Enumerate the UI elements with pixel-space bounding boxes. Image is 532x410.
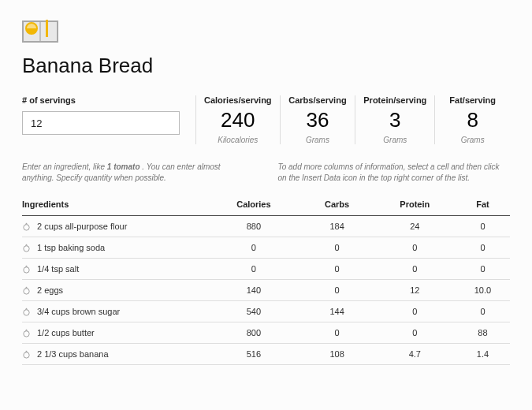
svg-point-8 (24, 288, 29, 293)
cell-calories: 880 (207, 216, 303, 237)
food-item-icon (22, 350, 31, 359)
stat-unit: Kilocalories (204, 136, 272, 144)
col-protein: Protein (374, 193, 459, 216)
table-row[interactable]: 1 tsp baking soda0000 (22, 237, 510, 259)
col-ingredients: Ingredients (22, 193, 207, 216)
svg-point-7 (24, 266, 29, 272)
food-item-icon (22, 265, 31, 274)
page-title: Banana Bread (22, 54, 510, 78)
ingredient-name: 1/4 tsp salt (37, 264, 79, 274)
col-calories: Calories (207, 193, 303, 216)
cell-ingredient: 2 eggs (22, 280, 207, 301)
stat-carbs: Carbs/serving 36 Grams (280, 95, 355, 144)
cell-calories: 540 (207, 301, 303, 322)
cell-calories: 0 (207, 259, 303, 280)
stat-value: 3 (363, 108, 426, 132)
cell-carbs: 0 (303, 259, 374, 280)
cell-ingredient: 1 tsp baking soda (22, 237, 207, 259)
cell-fat: 10.0 (459, 280, 510, 301)
hint-right: To add more columns of information, sele… (278, 162, 511, 184)
cell-protein: 0 (374, 237, 459, 259)
cell-carbs: 108 (303, 344, 374, 365)
stat-label: Carbs/serving (288, 95, 348, 105)
cell-calories: 516 (207, 344, 303, 365)
cell-ingredient: 2 1/3 cups banana (22, 344, 207, 365)
ingredients-table: Ingredients Calories Carbs Protein Fat 2… (22, 193, 510, 365)
stat-unit: Grams (288, 136, 348, 144)
stat-label: Protein/serving (363, 95, 426, 105)
table-row[interactable]: 1/2 cups butter8000088 (22, 322, 510, 344)
stat-fat: Fat/serving 8 Grams (434, 95, 510, 144)
ingredient-name: 2 cups all-purpose flour (37, 222, 127, 231)
stat-value: 8 (443, 108, 502, 132)
food-item-icon (22, 308, 31, 316)
cell-calories: 0 (207, 237, 303, 259)
cell-fat: 88 (459, 322, 510, 344)
cell-carbs: 0 (303, 237, 374, 259)
recipe-book-icon (22, 16, 58, 43)
cell-protein: 0 (374, 322, 459, 344)
stat-unit: Grams (363, 136, 426, 144)
ingredient-name: 1 tsp baking soda (37, 243, 105, 252)
hint-bold: 1 tomato (107, 162, 140, 171)
stat-label: Fat/serving (443, 95, 502, 105)
stat-calories: Calories/serving 240 Kilocalories (195, 95, 280, 144)
hints-row: Enter an ingredient, like 1 tomato . You… (22, 162, 510, 184)
cell-ingredient: 2 cups all-purpose flour (22, 216, 207, 237)
cell-ingredient: 1/2 cups butter (22, 322, 207, 344)
col-fat: Fat (459, 193, 510, 216)
cell-fat: 0 (459, 259, 510, 280)
cell-protein: 0 (374, 301, 459, 322)
cell-fat: 0 (459, 216, 510, 237)
cell-protein: 4.7 (374, 344, 459, 365)
food-item-icon (22, 286, 31, 295)
svg-point-9 (24, 309, 29, 315)
cell-carbs: 184 (303, 216, 374, 237)
svg-rect-4 (46, 20, 48, 37)
ingredient-name: 2 1/3 cups banana (37, 349, 109, 359)
cell-ingredient: 3/4 cups brown sugar (22, 301, 207, 322)
food-item-icon (22, 222, 31, 231)
ingredient-name: 2 eggs (37, 285, 63, 295)
cell-protein: 0 (374, 259, 459, 280)
stat-unit: Grams (443, 136, 502, 144)
food-item-icon (22, 244, 31, 252)
svg-rect-2 (39, 22, 41, 41)
cell-fat: 0 (459, 237, 510, 259)
ingredient-name: 1/2 cups butter (37, 328, 95, 337)
table-row[interactable]: 2 eggs14001210.0 (22, 280, 510, 301)
svg-point-5 (24, 224, 29, 229)
stat-protein: Protein/serving 3 Grams (355, 95, 434, 144)
food-item-icon (22, 329, 31, 337)
stat-value: 36 (288, 108, 348, 132)
stat-value: 240 (204, 108, 272, 132)
cell-carbs: 144 (303, 301, 374, 322)
col-carbs: Carbs (303, 193, 374, 216)
cell-ingredient: 1/4 tsp salt (22, 259, 207, 280)
hint-text: Enter an ingredient, like (22, 162, 107, 171)
table-row[interactable]: 3/4 cups brown sugar54014400 (22, 301, 510, 322)
cell-fat: 1.4 (459, 344, 510, 365)
svg-point-11 (24, 352, 29, 357)
hint-left: Enter an ingredient, like 1 tomato . You… (22, 162, 255, 184)
cell-protein: 24 (374, 216, 459, 237)
servings-block: # of servings (22, 95, 195, 135)
table-row[interactable]: 2 1/3 cups banana5161084.71.4 (22, 344, 510, 365)
servings-label: # of servings (22, 95, 180, 105)
cell-calories: 140 (207, 280, 303, 301)
servings-input[interactable] (22, 111, 180, 135)
stat-label: Calories/serving (204, 95, 272, 105)
ingredient-name: 3/4 cups brown sugar (37, 307, 120, 316)
stats-row: # of servings Calories/serving 240 Kiloc… (22, 95, 510, 144)
table-row[interactable]: 2 cups all-purpose flour880184240 (22, 216, 510, 237)
cell-fat: 0 (459, 301, 510, 322)
cell-protein: 12 (374, 280, 459, 301)
svg-point-10 (24, 330, 29, 336)
svg-point-6 (24, 245, 29, 251)
cell-carbs: 0 (303, 280, 374, 301)
table-row[interactable]: 1/4 tsp salt0000 (22, 259, 510, 280)
cell-calories: 800 (207, 322, 303, 344)
cell-carbs: 0 (303, 322, 374, 344)
table-header-row: Ingredients Calories Carbs Protein Fat (22, 193, 510, 216)
